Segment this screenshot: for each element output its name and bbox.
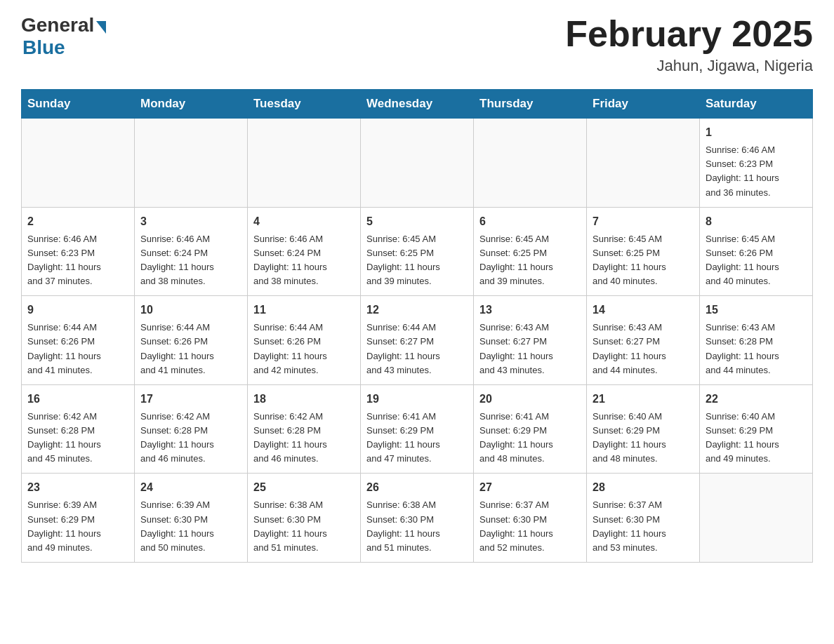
calendar-cell: 8Sunrise: 6:45 AM Sunset: 6:26 PM Daylig… — [700, 207, 813, 296]
day-number: 23 — [27, 479, 128, 496]
calendar-cell: 28Sunrise: 6:37 AM Sunset: 6:30 PM Dayli… — [587, 474, 700, 563]
day-number: 12 — [366, 302, 468, 318]
day-number: 7 — [593, 213, 694, 230]
title-section: February 2025 Jahun, Jigawa, Nigeria — [565, 14, 813, 75]
day-number: 17 — [140, 391, 241, 408]
day-number: 6 — [479, 213, 581, 230]
calendar-cell — [135, 119, 248, 208]
calendar-cell: 7Sunrise: 6:45 AM Sunset: 6:25 PM Daylig… — [587, 207, 700, 296]
calendar-cell: 16Sunrise: 6:42 AM Sunset: 6:28 PM Dayli… — [22, 384, 135, 474]
day-info: Sunrise: 6:44 AM Sunset: 6:26 PM Dayligh… — [140, 321, 241, 377]
day-number: 13 — [479, 302, 581, 318]
calendar-cell: 22Sunrise: 6:40 AM Sunset: 6:29 PM Dayli… — [700, 384, 813, 474]
calendar-cell: 2Sunrise: 6:46 AM Sunset: 6:23 PM Daylig… — [22, 207, 135, 296]
day-number: 26 — [366, 479, 468, 496]
day-number: 10 — [140, 302, 241, 318]
calendar-cell: 20Sunrise: 6:41 AM Sunset: 6:29 PM Dayli… — [474, 384, 587, 474]
logo-arrow-icon — [96, 21, 106, 34]
day-number: 16 — [27, 391, 128, 408]
day-number: 14 — [593, 302, 694, 318]
calendar-cell: 26Sunrise: 6:38 AM Sunset: 6:30 PM Dayli… — [361, 474, 474, 563]
calendar-cell: 11Sunrise: 6:44 AM Sunset: 6:26 PM Dayli… — [248, 296, 361, 385]
page-header: General Blue February 2025 Jahun, Jigawa… — [21, 14, 813, 75]
day-info: Sunrise: 6:44 AM Sunset: 6:27 PM Dayligh… — [366, 321, 468, 377]
day-number: 9 — [27, 302, 128, 318]
day-number: 22 — [706, 391, 807, 408]
calendar-cell: 18Sunrise: 6:42 AM Sunset: 6:28 PM Dayli… — [248, 384, 361, 474]
calendar-week-row: 2Sunrise: 6:46 AM Sunset: 6:23 PM Daylig… — [22, 207, 813, 296]
calendar-cell: 25Sunrise: 6:38 AM Sunset: 6:30 PM Dayli… — [248, 474, 361, 563]
day-number: 25 — [253, 479, 355, 496]
day-number: 28 — [593, 479, 694, 496]
day-of-week-header: Friday — [587, 90, 700, 119]
calendar-cell: 4Sunrise: 6:46 AM Sunset: 6:24 PM Daylig… — [248, 207, 361, 296]
day-info: Sunrise: 6:39 AM Sunset: 6:30 PM Dayligh… — [140, 498, 241, 555]
calendar-cell — [474, 119, 587, 208]
day-info: Sunrise: 6:45 AM Sunset: 6:25 PM Dayligh… — [366, 232, 468, 289]
calendar-cell: 10Sunrise: 6:44 AM Sunset: 6:26 PM Dayli… — [135, 296, 248, 385]
day-number: 27 — [479, 479, 581, 496]
day-of-week-header: Thursday — [474, 90, 587, 119]
day-number: 5 — [366, 213, 468, 230]
logo-general-text: General — [21, 14, 94, 36]
day-info: Sunrise: 6:40 AM Sunset: 6:29 PM Dayligh… — [593, 410, 694, 467]
day-number: 2 — [27, 213, 128, 230]
calendar-cell: 17Sunrise: 6:42 AM Sunset: 6:28 PM Dayli… — [135, 384, 248, 474]
day-info: Sunrise: 6:41 AM Sunset: 6:29 PM Dayligh… — [479, 410, 581, 467]
day-number: 3 — [140, 213, 241, 230]
calendar-cell: 1Sunrise: 6:46 AM Sunset: 6:23 PM Daylig… — [700, 119, 813, 208]
month-title: February 2025 — [565, 14, 813, 54]
calendar-cell: 15Sunrise: 6:43 AM Sunset: 6:28 PM Dayli… — [700, 296, 813, 385]
day-number: 21 — [593, 391, 694, 408]
location: Jahun, Jigawa, Nigeria — [565, 57, 813, 75]
day-of-week-header: Saturday — [700, 90, 813, 119]
day-info: Sunrise: 6:39 AM Sunset: 6:29 PM Dayligh… — [27, 498, 128, 555]
day-of-week-header: Sunday — [22, 90, 135, 119]
day-of-week-header: Monday — [135, 90, 248, 119]
day-info: Sunrise: 6:38 AM Sunset: 6:30 PM Dayligh… — [253, 498, 355, 555]
day-info: Sunrise: 6:41 AM Sunset: 6:29 PM Dayligh… — [366, 410, 468, 467]
calendar-cell — [248, 119, 361, 208]
day-info: Sunrise: 6:46 AM Sunset: 6:23 PM Dayligh… — [27, 232, 128, 289]
day-info: Sunrise: 6:42 AM Sunset: 6:28 PM Dayligh… — [140, 410, 241, 467]
calendar-cell — [22, 119, 135, 208]
calendar-cell: 9Sunrise: 6:44 AM Sunset: 6:26 PM Daylig… — [22, 296, 135, 385]
calendar-cell: 21Sunrise: 6:40 AM Sunset: 6:29 PM Dayli… — [587, 384, 700, 474]
day-info: Sunrise: 6:44 AM Sunset: 6:26 PM Dayligh… — [253, 321, 355, 377]
calendar-cell: 23Sunrise: 6:39 AM Sunset: 6:29 PM Dayli… — [22, 474, 135, 563]
calendar-week-row: 23Sunrise: 6:39 AM Sunset: 6:29 PM Dayli… — [22, 474, 813, 563]
day-info: Sunrise: 6:38 AM Sunset: 6:30 PM Dayligh… — [366, 498, 468, 555]
day-info: Sunrise: 6:43 AM Sunset: 6:27 PM Dayligh… — [593, 321, 694, 377]
calendar-cell: 12Sunrise: 6:44 AM Sunset: 6:27 PM Dayli… — [361, 296, 474, 385]
calendar-cell: 27Sunrise: 6:37 AM Sunset: 6:30 PM Dayli… — [474, 474, 587, 563]
calendar-cell: 19Sunrise: 6:41 AM Sunset: 6:29 PM Dayli… — [361, 384, 474, 474]
day-info: Sunrise: 6:43 AM Sunset: 6:28 PM Dayligh… — [706, 321, 807, 377]
day-info: Sunrise: 6:43 AM Sunset: 6:27 PM Dayligh… — [479, 321, 581, 377]
day-info: Sunrise: 6:45 AM Sunset: 6:25 PM Dayligh… — [593, 232, 694, 289]
calendar-cell — [361, 119, 474, 208]
day-info: Sunrise: 6:45 AM Sunset: 6:26 PM Dayligh… — [706, 232, 807, 289]
day-number: 19 — [366, 391, 468, 408]
calendar-cell: 6Sunrise: 6:45 AM Sunset: 6:25 PM Daylig… — [474, 207, 587, 296]
calendar-cell — [700, 474, 813, 563]
calendar-cell: 5Sunrise: 6:45 AM Sunset: 6:25 PM Daylig… — [361, 207, 474, 296]
day-info: Sunrise: 6:46 AM Sunset: 6:24 PM Dayligh… — [140, 232, 241, 289]
day-info: Sunrise: 6:46 AM Sunset: 6:23 PM Dayligh… — [706, 143, 807, 200]
calendar-week-row: 9Sunrise: 6:44 AM Sunset: 6:26 PM Daylig… — [22, 296, 813, 385]
day-info: Sunrise: 6:45 AM Sunset: 6:25 PM Dayligh… — [479, 232, 581, 289]
day-info: Sunrise: 6:44 AM Sunset: 6:26 PM Dayligh… — [27, 321, 128, 377]
calendar-week-row: 16Sunrise: 6:42 AM Sunset: 6:28 PM Dayli… — [22, 384, 813, 474]
day-number: 1 — [706, 124, 807, 141]
day-of-week-header: Wednesday — [361, 90, 474, 119]
day-info: Sunrise: 6:37 AM Sunset: 6:30 PM Dayligh… — [593, 498, 694, 555]
day-number: 20 — [479, 391, 581, 408]
calendar-table: SundayMondayTuesdayWednesdayThursdayFrid… — [21, 89, 813, 563]
logo-blue-text: Blue — [22, 36, 65, 59]
calendar-week-row: 1Sunrise: 6:46 AM Sunset: 6:23 PM Daylig… — [22, 119, 813, 208]
day-info: Sunrise: 6:42 AM Sunset: 6:28 PM Dayligh… — [253, 410, 355, 467]
day-info: Sunrise: 6:37 AM Sunset: 6:30 PM Dayligh… — [479, 498, 581, 555]
day-number: 24 — [140, 479, 241, 496]
day-number: 8 — [706, 213, 807, 230]
calendar-header-row: SundayMondayTuesdayWednesdayThursdayFrid… — [22, 90, 813, 119]
calendar-cell: 3Sunrise: 6:46 AM Sunset: 6:24 PM Daylig… — [135, 207, 248, 296]
